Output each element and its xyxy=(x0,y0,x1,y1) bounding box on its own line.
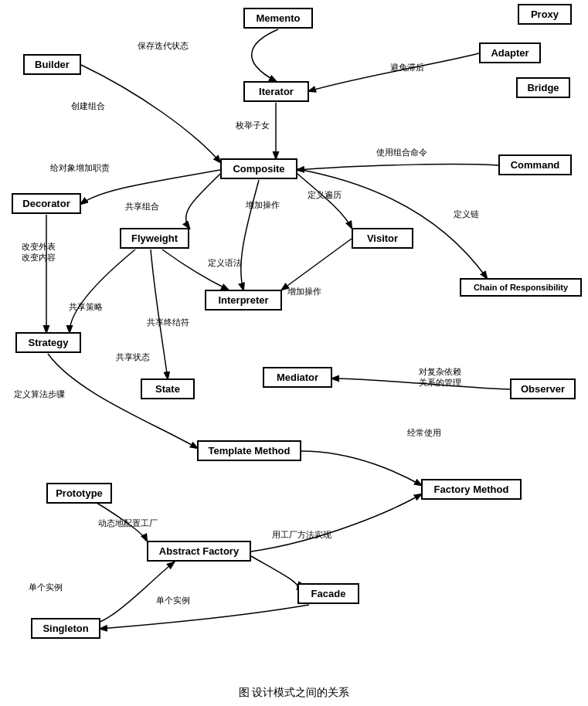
label-complex-dep2: 关系的管理 xyxy=(419,377,461,389)
figure-caption: 图 设计模式之间的关系 xyxy=(0,680,588,706)
box-factory: Factory Method xyxy=(421,479,522,500)
label-def-chain: 定义链 xyxy=(454,209,479,220)
label-change-content: 改变内容 xyxy=(22,252,56,263)
label-enum-child: 枚举子女 xyxy=(236,120,270,131)
box-abstract: Abstract Factory xyxy=(147,541,251,562)
label-add-op2: 增加操作 xyxy=(287,286,321,297)
label-create-comp: 创建组合 xyxy=(71,100,105,112)
box-command: Command xyxy=(498,154,572,175)
box-interpreter: Interpreter xyxy=(205,290,282,311)
label-complex-dep1: 对复杂依赖 xyxy=(419,366,461,378)
box-memento: Memento xyxy=(243,8,313,29)
label-single-inst2: 单个实例 xyxy=(156,595,190,606)
label-often-use: 经常使用 xyxy=(407,427,441,439)
label-def-algo: 定义算法步骤 xyxy=(14,389,65,400)
label-change-face: 改变外表 xyxy=(22,241,56,253)
box-iterator: Iterator xyxy=(243,81,309,102)
box-strategy: Strategy xyxy=(15,332,81,353)
box-adapter: Adapter xyxy=(479,42,541,63)
label-share-comp: 共享组合 xyxy=(125,201,159,212)
label-single-inst1: 单个实例 xyxy=(29,582,63,593)
label-dynamic-factory: 动态地配置工厂 xyxy=(98,518,158,529)
box-state: State xyxy=(141,378,195,399)
label-share-state: 共享状态 xyxy=(116,351,150,363)
diagram-container: Memento Proxy Adapter Bridge Builder Ite… xyxy=(0,0,588,680)
box-facade: Facade xyxy=(297,583,359,604)
label-def-traverse: 定义遍历 xyxy=(308,189,342,201)
box-singleton: Singleton xyxy=(31,618,100,639)
box-decorator: Decorator xyxy=(12,193,81,214)
label-use-cmd: 使用组合命令 xyxy=(376,147,427,158)
label-use-factory-impl: 用工厂方法实现 xyxy=(272,529,331,541)
box-prototype: Prototype xyxy=(46,483,112,504)
box-chain: Chain of Responsibility xyxy=(460,278,582,297)
box-composite: Composite xyxy=(220,158,297,179)
box-visitor: Visitor xyxy=(352,228,413,249)
box-mediator: Mediator xyxy=(263,367,332,388)
label-share-terminal: 共享终结符 xyxy=(147,317,189,328)
box-observer: Observer xyxy=(510,378,576,399)
box-template: Template Method xyxy=(197,440,301,461)
box-flyweight: Flyweight xyxy=(120,228,189,249)
label-add-op1: 增加操作 xyxy=(246,199,280,211)
box-bridge: Bridge xyxy=(516,77,570,98)
box-proxy: Proxy xyxy=(518,4,572,25)
label-def-syntax: 定义语法 xyxy=(208,257,242,269)
box-builder: Builder xyxy=(23,54,81,75)
label-share-strategy: 共享策略 xyxy=(69,301,103,313)
label-save-iter: 保存迭代状态 xyxy=(138,40,189,52)
label-add-resp: 给对象增加职责 xyxy=(50,162,110,174)
label-avoid-lag: 避免滞后 xyxy=(390,62,424,73)
